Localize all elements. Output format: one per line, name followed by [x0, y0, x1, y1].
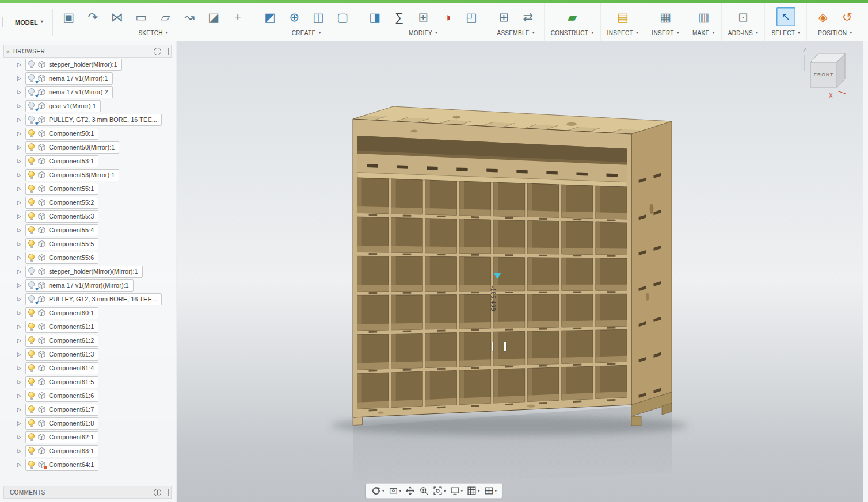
component-node[interactable]: Component55:4	[25, 224, 98, 236]
component-node[interactable]: Component55:3	[25, 210, 98, 223]
tree-row[interactable]: Component61:1	[0, 320, 175, 334]
visibility-bulb-icon[interactable]	[28, 281, 35, 290]
zoom-icon[interactable]	[418, 485, 430, 497]
component-node[interactable]: Component50:1	[25, 128, 98, 140]
capture-position-icon[interactable]: ◈	[813, 7, 832, 26]
create-menu[interactable]: CREATE	[292, 30, 321, 36]
expand-arrow-icon[interactable]	[17, 420, 25, 426]
component-node[interactable]: Component55:2	[25, 197, 98, 209]
component-node[interactable]: Component61:5	[25, 376, 98, 388]
create-sketch-icon[interactable]: ▣	[59, 7, 78, 26]
grid-snaps-icon[interactable]	[466, 485, 481, 497]
tree-row[interactable]: Component61:6	[0, 389, 175, 403]
component-node[interactable]: Component61:6	[25, 390, 98, 402]
component-node[interactable]: Component53:1	[25, 155, 98, 167]
pattern-icon[interactable]: ⊕	[285, 7, 304, 26]
selection-handle[interactable]	[504, 342, 506, 351]
component-node[interactable]: Component55:1	[25, 183, 98, 195]
visibility-bulb-icon[interactable]	[28, 88, 35, 97]
visibility-bulb-icon[interactable]	[28, 116, 35, 124]
expand-arrow-icon[interactable]	[17, 89, 25, 95]
orbit-icon[interactable]	[370, 485, 386, 497]
visibility-bulb-icon[interactable]	[28, 405, 35, 414]
component-node[interactable]: stepper_holder(Mirror)(Mirror):1	[25, 266, 143, 278]
visibility-bulb-icon[interactable]	[28, 419, 35, 428]
toolbar-grip[interactable]	[2, 17, 9, 27]
tree-row[interactable]: nema 17 v1(Mirror):1	[0, 71, 175, 85]
expand-arrow-icon[interactable]	[17, 131, 25, 136]
parameters-icon[interactable]: ∑	[390, 7, 409, 26]
component-node[interactable]: nema 17 v1(Mirror)(Mirror):1	[25, 279, 134, 292]
expand-arrow-icon[interactable]	[17, 144, 25, 150]
expand-arrow-icon[interactable]	[17, 393, 25, 398]
section-analysis-icon[interactable]: ◑	[438, 7, 457, 26]
expand-arrow-icon[interactable]	[17, 296, 25, 302]
component-node[interactable]: Component55:5	[25, 238, 98, 250]
expand-arrow-icon[interactable]	[17, 62, 25, 67]
tree-row[interactable]: Component55:1	[0, 182, 175, 196]
tree-row[interactable]: Component61:4	[0, 361, 175, 375]
tree-row[interactable]: stepper_holder(Mirror)(Mirror):1	[0, 265, 175, 278]
visibility-bulb-icon[interactable]	[28, 254, 35, 262]
selection-handle[interactable]	[492, 342, 493, 351]
visibility-bulb-icon[interactable]	[28, 336, 35, 345]
collapse-panel-icon[interactable]	[6, 48, 10, 55]
view-cube[interactable]: Z FRONT X	[800, 46, 855, 101]
component-node[interactable]: Component61:1	[25, 321, 98, 333]
component-node[interactable]: stepper_holder(Mirror):1	[25, 59, 122, 71]
tree-row[interactable]: Component61:8	[0, 416, 175, 430]
tree-row[interactable]: Component64:1	[0, 458, 175, 472]
expand-arrow-icon[interactable]	[17, 462, 25, 467]
visibility-bulb-icon[interactable]	[28, 323, 35, 331]
select-icon[interactable]: ↖	[776, 7, 795, 26]
visibility-bulb-icon[interactable]	[28, 309, 35, 317]
tree-row[interactable]: Component55:3	[0, 209, 175, 223]
assemble-menu[interactable]: ASSEMBLE	[497, 30, 535, 36]
expand-arrow-icon[interactable]	[17, 158, 25, 164]
expand-arrow-icon[interactable]	[17, 255, 25, 260]
tree-row[interactable]: Component53(Mirror):1	[0, 168, 175, 182]
joint-icon[interactable]: ⇄	[519, 7, 538, 26]
window-scrollbar[interactable]	[863, 41, 868, 502]
arc-icon[interactable]: ↷	[83, 7, 102, 26]
tree-row[interactable]: Component55:5	[0, 237, 175, 251]
press-pull-icon[interactable]: ◨	[366, 7, 384, 26]
expand-arrow-icon[interactable]	[17, 407, 25, 412]
tree-row[interactable]: Component55:4	[0, 223, 175, 237]
expand-arrow-icon[interactable]	[17, 172, 25, 178]
component-node[interactable]: Component61:4	[25, 362, 98, 374]
tree-row[interactable]: nema 17 v1(Mirror)(Mirror):1	[0, 278, 175, 292]
visibility-bulb-icon[interactable]	[28, 74, 35, 83]
offset-icon[interactable]: ▱	[156, 7, 175, 26]
visibility-bulb-icon[interactable]	[28, 350, 35, 359]
make-menu[interactable]: MAKE	[692, 30, 715, 36]
make-icon[interactable]: ▥	[694, 7, 713, 26]
visibility-bulb-icon[interactable]	[28, 433, 35, 442]
workspace-switcher[interactable]: MODEL	[9, 9, 53, 36]
tree-row[interactable]: Component50:1	[0, 127, 175, 140]
component-node[interactable]: Component53(Mirror):1	[25, 169, 119, 181]
component-node[interactable]: Component61:7	[25, 404, 98, 416]
component-node[interactable]: Component61:3	[25, 348, 98, 361]
visibility-bulb-icon[interactable]	[28, 392, 35, 400]
tree-row[interactable]: Component63:1	[0, 444, 175, 458]
expand-arrow-icon[interactable]	[17, 103, 25, 109]
expand-arrow-icon[interactable]	[17, 282, 25, 288]
component-node[interactable]: nema 17 v1(Mirror):1	[25, 72, 113, 85]
component-node[interactable]: PULLEY, GT2, 3 mm BORE, 16 TEE...	[25, 114, 162, 126]
tree-row[interactable]: PULLEY, GT2, 3 mm BORE, 16 TEE...	[0, 113, 175, 127]
component-node[interactable]: Component61:2	[25, 335, 98, 347]
tree-row[interactable]: PULLEY, GT2, 3 mm BORE, 16 TEE...	[0, 292, 175, 306]
display-settings-icon[interactable]	[449, 485, 465, 497]
component-node[interactable]: Component62:1	[25, 431, 98, 443]
tree-row[interactable]: Component53:1	[0, 154, 175, 168]
select-menu[interactable]: SELECT	[771, 30, 800, 36]
spline-icon[interactable]: ↝	[180, 7, 199, 26]
tree-row[interactable]: Component62:1	[0, 430, 175, 444]
rectangle-icon[interactable]: ▭	[132, 7, 151, 26]
expand-arrow-icon[interactable]	[17, 379, 25, 385]
tree-row[interactable]: nema 17 v1(Mirror):2	[0, 85, 175, 99]
construct-menu[interactable]: CONSTRUCT	[551, 30, 594, 36]
visibility-bulb-icon[interactable]	[28, 143, 35, 152]
component-node[interactable]: Component50(Mirror):1	[25, 141, 119, 154]
